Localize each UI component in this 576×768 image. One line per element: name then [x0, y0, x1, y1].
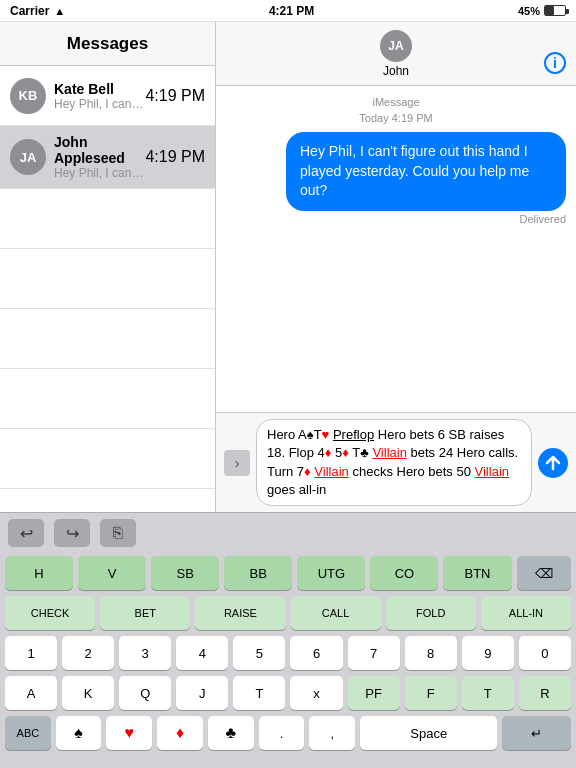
chat-avatar: JA — [380, 30, 412, 62]
empty-row-2 — [0, 249, 215, 309]
keyboard-row-5: ABC ♠ ♥ ♦ ♣ . , Space ↵ — [0, 713, 576, 753]
key-all-in[interactable]: ALL-IN — [481, 596, 571, 630]
key-abc[interactable]: ABC — [5, 716, 51, 750]
key-comma[interactable]: , — [309, 716, 355, 750]
key-space[interactable]: Space — [360, 716, 497, 750]
key-x[interactable]: x — [290, 676, 342, 710]
keyboard-row-4: A K Q J T x PF F T R — [0, 673, 576, 713]
chat-area: JA John i iMessage Today 4:19 PM Hey Phi… — [216, 22, 576, 512]
key-7[interactable]: 7 — [348, 636, 400, 670]
empty-row-5 — [0, 429, 215, 489]
contact-list: KB Kate Bell Hey Phil, I can't figure ou… — [0, 66, 215, 512]
sidebar-header: Messages — [0, 22, 215, 66]
chat-input-area: › Hero A♠T♥ Preflop Hero bets 6 SB raise… — [216, 412, 576, 512]
key-raise[interactable]: RAISE — [195, 596, 285, 630]
carrier-label: Carrier — [10, 4, 49, 18]
key-spade[interactable]: ♠ — [56, 716, 102, 750]
key-a[interactable]: A — [5, 676, 57, 710]
chat-messages: iMessage Today 4:19 PM Hey Phil, I can't… — [216, 86, 576, 412]
send-button[interactable] — [538, 448, 568, 478]
sidebar: Messages KB Kate Bell Hey Phil, I can't … — [0, 22, 216, 512]
key-0[interactable]: 0 — [519, 636, 571, 670]
key-t[interactable]: T — [233, 676, 285, 710]
contact-time-john-appleseed: 4:19 PM — [145, 148, 205, 166]
key-1[interactable]: 1 — [5, 636, 57, 670]
key-f[interactable]: F — [405, 676, 457, 710]
contact-preview-kate-bell: Hey Phil, I can't figure out this hand I… — [54, 97, 145, 111]
status-left: Carrier ▲ — [10, 4, 65, 18]
empty-row-3 — [0, 309, 215, 369]
key-8[interactable]: 8 — [405, 636, 457, 670]
key-check[interactable]: CHECK — [5, 596, 95, 630]
wifi-icon: ▲ — [54, 5, 65, 17]
keyboard-row-2: CHECK BET RAISE CALL FOLD ALL-IN — [0, 593, 576, 633]
key-6[interactable]: 6 — [290, 636, 342, 670]
battery-icon — [544, 5, 566, 16]
status-bar: Carrier ▲ 4:21 PM 45% — [0, 0, 576, 22]
key-2[interactable]: 2 — [62, 636, 114, 670]
key-delete[interactable]: ⌫ — [517, 556, 571, 590]
empty-row-4 — [0, 369, 215, 429]
key-co[interactable]: CO — [370, 556, 438, 590]
keyboard-container: ↩ ↪ ⎘ H V SB BB UTG CO BTN ⌫ CHECK BET R… — [0, 512, 576, 768]
key-h[interactable]: H — [5, 556, 73, 590]
delivered-label: Delivered — [226, 213, 566, 225]
key-call[interactable]: CALL — [291, 596, 381, 630]
toolbar-redo[interactable]: ↪ — [54, 519, 90, 547]
key-bet[interactable]: BET — [100, 596, 190, 630]
sidebar-title: Messages — [67, 34, 148, 54]
status-right: 45% — [518, 5, 566, 17]
message-bubble: Hey Phil, I can't figure out this hand I… — [286, 132, 566, 211]
message-input[interactable]: Hero A♠T♥ Preflop Hero bets 6 SB raises … — [256, 419, 532, 506]
toolbar-undo[interactable]: ↩ — [8, 519, 44, 547]
key-9[interactable]: 9 — [462, 636, 514, 670]
contact-time-kate-bell: 4:19 PM — [145, 87, 205, 105]
contact-item-kate-bell[interactable]: KB Kate Bell Hey Phil, I can't figure ou… — [0, 66, 215, 126]
toolbar-paste[interactable]: ⎘ — [100, 519, 136, 547]
contact-name-john-appleseed: John Appleseed — [54, 134, 145, 166]
key-pf[interactable]: PF — [348, 676, 400, 710]
key-sb[interactable]: SB — [151, 556, 219, 590]
key-club[interactable]: ♣ — [208, 716, 254, 750]
info-icon[interactable]: i — [544, 52, 566, 74]
key-v[interactable]: V — [78, 556, 146, 590]
contact-info-john-appleseed: John Appleseed Hey Phil, I can't figure … — [54, 134, 145, 180]
key-q[interactable]: Q — [119, 676, 171, 710]
keyboard-toolbar: ↩ ↪ ⎘ — [0, 512, 576, 553]
key-turn[interactable]: T — [462, 676, 514, 710]
imessage-label: iMessage — [226, 96, 566, 108]
chat-contact-name: John — [383, 64, 409, 78]
key-fold[interactable]: FOLD — [386, 596, 476, 630]
expand-button[interactable]: › — [224, 450, 250, 476]
contact-item-john-appleseed[interactable]: JA John Appleseed Hey Phil, I can't figu… — [0, 126, 215, 189]
key-btn[interactable]: BTN — [443, 556, 511, 590]
key-j[interactable]: J — [176, 676, 228, 710]
avatar-john-appleseed: JA — [10, 139, 46, 175]
key-period[interactable]: . — [259, 716, 305, 750]
key-diamond[interactable]: ♦ — [157, 716, 203, 750]
key-utg[interactable]: UTG — [297, 556, 365, 590]
contact-name-kate-bell: Kate Bell — [54, 81, 145, 97]
empty-row-1 — [0, 189, 215, 249]
key-3[interactable]: 3 — [119, 636, 171, 670]
key-bb[interactable]: BB — [224, 556, 292, 590]
input-text: Hero A♠T♥ Preflop Hero bets 6 SB raises … — [267, 427, 518, 497]
chat-header: JA John i — [216, 22, 576, 86]
battery-percent: 45% — [518, 5, 540, 17]
keyboard-row-3: 1 2 3 4 5 6 7 8 9 0 — [0, 633, 576, 673]
key-r[interactable]: R — [519, 676, 571, 710]
keyboard-row-1: H V SB BB UTG CO BTN ⌫ — [0, 553, 576, 593]
avatar-kate-bell: KB — [10, 78, 46, 114]
contact-preview-john-appleseed: Hey Phil, I can't figure out this hand I… — [54, 166, 145, 180]
key-5[interactable]: 5 — [233, 636, 285, 670]
key-k[interactable]: K — [62, 676, 114, 710]
contact-info-kate-bell: Kate Bell Hey Phil, I can't figure out t… — [54, 81, 145, 111]
empty-row-6 — [0, 489, 215, 512]
key-4[interactable]: 4 — [176, 636, 228, 670]
key-enter[interactable]: ↵ — [502, 716, 571, 750]
message-time: Today 4:19 PM — [226, 112, 566, 124]
key-heart[interactable]: ♥ — [106, 716, 152, 750]
status-time: 4:21 PM — [269, 4, 314, 18]
